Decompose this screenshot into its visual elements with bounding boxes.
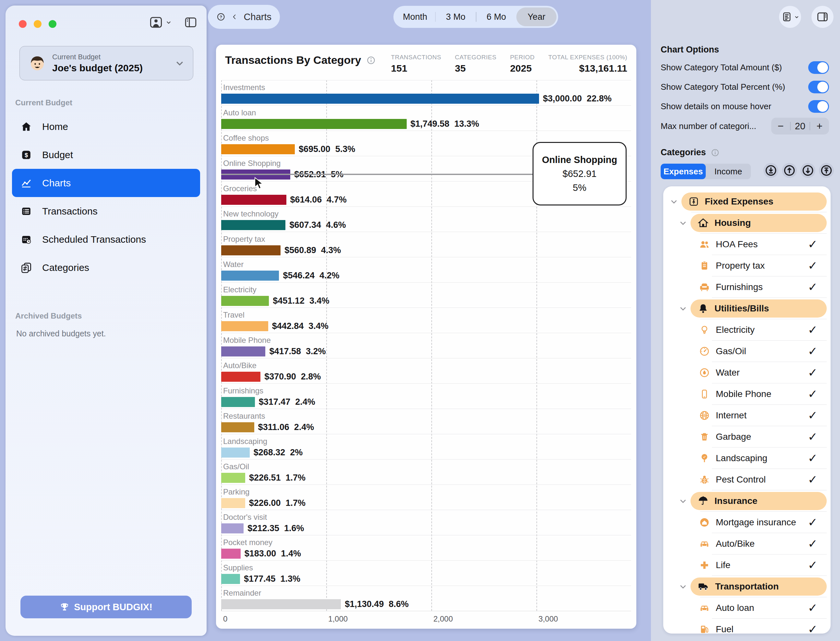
chevron-down-icon[interactable] [679,582,687,591]
checkmark-icon[interactable]: ✓ [808,387,817,401]
category-row-furnishings[interactable]: Furnishings ✓ [663,276,830,298]
chart-row-remainder[interactable]: Remainder $1,130.49 8.6% [221,586,631,611]
category-row-mortgage-insurance[interactable]: Mortgage insurance ✓ [663,512,830,533]
checkmark-icon[interactable]: ✓ [808,366,817,380]
period-tab-year[interactable]: Year [516,8,557,26]
arrow-up-to-line-button[interactable] [819,163,834,178]
chart-row-gas-oil[interactable]: Gas/Oil $226.51 1.7% [221,459,631,485]
checkmark-icon[interactable]: ✓ [808,515,817,529]
sidebar-item-home[interactable]: Home [12,113,200,141]
checkmark-icon[interactable]: ✓ [808,473,817,486]
checkmark-icon[interactable]: ✓ [808,537,817,551]
category-row-internet[interactable]: Internet ✓ [663,405,830,426]
chart-row-restaurants[interactable]: Restaurants $311.06 2.4% [221,409,631,434]
toggle-switch[interactable] [808,100,829,113]
chart-row-electricity[interactable]: Electricity $451.12 3.4% [221,282,631,308]
back-button[interactable]: ? Charts [208,5,280,29]
arrow-up-circle-button[interactable] [782,163,797,178]
category-row-mobile-phone[interactable]: Mobile Phone ✓ [663,383,830,405]
bar[interactable] [221,195,286,205]
minimize-window-icon[interactable] [34,20,42,28]
category-row-landscaping[interactable]: Landscaping ✓ [663,448,830,469]
chart-type-button[interactable] [779,6,801,28]
chevron-down-icon[interactable] [679,497,687,505]
bar[interactable] [221,473,245,483]
chart-row-investments[interactable]: Investments $3,000.00 22.8% [221,80,631,105]
chart-row-auto-bike[interactable]: Auto/Bike $370.90 2.8% [221,358,631,383]
bar[interactable] [221,271,279,281]
bar[interactable] [221,93,539,104]
period-tab-6-mo[interactable]: 6 Mo [477,8,517,26]
chart-row-supplies[interactable]: Supplies $177.45 1.3% [221,560,631,586]
category-row-gas-oil[interactable]: Gas/Oil ✓ [663,341,830,362]
checkmark-icon[interactable]: ✓ [808,623,817,633]
bar[interactable] [221,220,285,230]
category-row-garbage[interactable]: Garbage ✓ [663,426,830,448]
chart-row-parking[interactable]: Parking $226.00 1.7% [221,485,631,510]
checkmark-icon[interactable]: ✓ [808,409,817,422]
bar[interactable] [221,397,255,407]
checkmark-icon[interactable]: ✓ [808,558,817,572]
category-row-auto-loan[interactable]: Auto loan ✓ [663,597,830,618]
period-tab-month[interactable]: Month [395,8,435,26]
account-button[interactable] [149,15,171,29]
tab-income[interactable]: Income [706,164,751,179]
sidebar-item-charts[interactable]: Charts [12,169,200,197]
arrow-down-circle-button[interactable] [800,163,815,178]
checkmark-icon[interactable]: ✓ [808,280,817,294]
stepper-minus-button[interactable]: − [771,118,790,134]
checkmark-icon[interactable]: ✓ [808,451,817,465]
bar[interactable] [221,372,260,382]
period-tab-3-mo[interactable]: 3 Mo [436,8,476,26]
category-row-insurance[interactable]: Insurance [663,490,830,512]
category-row-pest-control[interactable]: Pest Control ✓ [663,469,830,490]
checkmark-icon[interactable]: ✓ [808,430,817,444]
toggle-right-panel-button[interactable] [811,6,834,28]
toggle-sidebar-button[interactable] [184,16,197,29]
bar[interactable] [221,346,265,356]
bar[interactable] [221,245,281,255]
bar[interactable] [221,144,295,154]
checkmark-icon[interactable]: ✓ [808,259,817,272]
sidebar-item-scheduled-transactions[interactable]: Scheduled Transactions [12,225,200,253]
bar[interactable] [221,321,268,331]
checkmark-icon[interactable]: ✓ [808,345,817,358]
checkmark-icon[interactable]: ✓ [808,238,817,251]
sidebar-item-budget[interactable]: $Budget [12,141,200,169]
group-pill[interactable]: Utilities/Bills [690,300,827,317]
category-row-auto-bike[interactable]: Auto/Bike ✓ [663,533,830,554]
bar[interactable] [221,422,254,432]
category-row-life[interactable]: Life ✓ [663,554,830,576]
group-pill[interactable]: Housing [690,214,827,232]
info-icon[interactable] [366,55,376,65]
chart-row-new-technology[interactable]: New technology $607.34 4.6% [221,206,631,232]
chart-row-pocket-money[interactable]: Pocket money $183.00 1.4% [221,535,631,560]
bar[interactable] [221,296,269,306]
toggle-switch[interactable] [808,81,829,93]
category-row-fixed-expenses[interactable]: Fixed Expenses [663,191,830,212]
chart-row-mobile-phone[interactable]: Mobile Phone $417.58 3.2% [221,333,631,358]
category-row-water[interactable]: Water ✓ [663,362,830,383]
close-window-icon[interactable] [19,20,27,28]
budget-selector[interactable]: Current Budget Joe's budget (2025) [19,46,193,81]
category-row-property-tax[interactable]: Property tax ✓ [663,255,830,276]
group-pill[interactable]: Fixed Expenses [682,193,827,211]
chart-row-property-tax[interactable]: Property tax $560.89 4.3% [221,232,631,257]
chart-row-landscaping[interactable]: Landscaping $268.32 2% [221,434,631,459]
chart-row-water[interactable]: Water $546.24 4.2% [221,257,631,282]
bar[interactable] [221,599,341,609]
category-row-utilities-bills[interactable]: Utilities/Bills [663,298,830,319]
chevron-down-icon[interactable] [670,197,678,206]
bar[interactable] [221,523,244,533]
category-row-housing[interactable]: Housing [663,212,830,234]
bar[interactable] [221,448,250,457]
group-pill[interactable]: Transportation [690,578,827,596]
chart-row-doctor-s-visit[interactable]: Doctor's visit $212.35 1.6% [221,510,631,535]
toggle-switch[interactable] [808,61,829,74]
arrow-down-to-line-button[interactable] [764,163,779,178]
bar[interactable] [221,549,241,559]
chevron-down-icon[interactable] [679,304,687,313]
bar[interactable] [221,498,245,508]
zoom-window-icon[interactable] [48,20,57,28]
info-icon[interactable] [711,148,720,157]
